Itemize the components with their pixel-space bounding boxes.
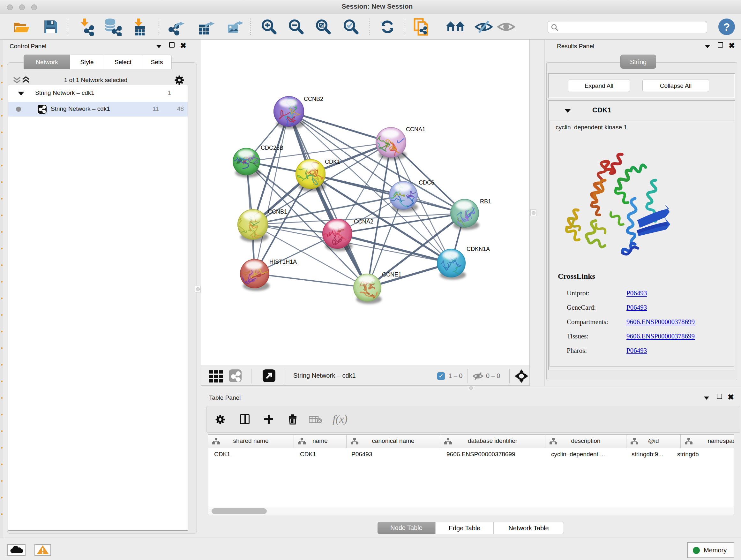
svg-text:CCNE1: CCNE1 xyxy=(382,271,401,278)
svg-text:CCNB1: CCNB1 xyxy=(268,208,287,215)
svg-text:RB1: RB1 xyxy=(480,198,491,205)
svg-text:CDK1: CDK1 xyxy=(325,159,340,165)
svg-text:CCNA1: CCNA1 xyxy=(406,126,425,132)
svg-text:CDC25B: CDC25B xyxy=(261,145,283,151)
svg-text:CCNA2: CCNA2 xyxy=(354,219,374,225)
svg-text:CDC6: CDC6 xyxy=(419,179,434,186)
svg-text:CDKN1A: CDKN1A xyxy=(467,246,490,252)
svg-text:HIST1H1A: HIST1H1A xyxy=(269,259,297,265)
svg-text:CCNB2: CCNB2 xyxy=(304,96,323,102)
